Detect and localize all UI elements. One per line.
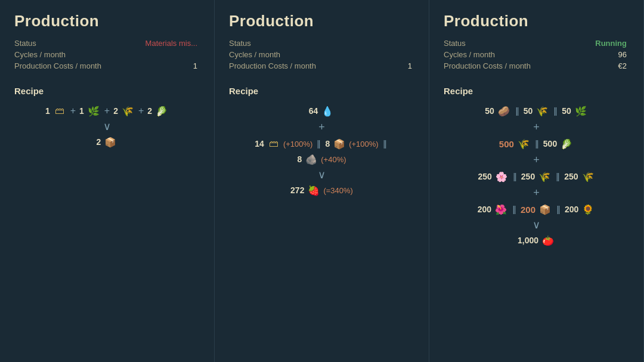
strawberry-icon: 🍓: [307, 184, 320, 197]
panel-1-title: Production: [14, 12, 200, 30]
grain-icon-2: 🌾: [538, 170, 551, 183]
panel-1-costs-label: Production Costs / month: [14, 61, 101, 70]
recipe-3-output: 1,000 🍅: [518, 234, 555, 247]
water-icon: 💧: [321, 104, 334, 117]
panel-2-costs-label: Production Costs / month: [229, 61, 316, 70]
recipe-2-output: 272 🍓 (=340%): [290, 184, 353, 197]
wheat-icon: 🌾: [517, 137, 530, 150]
recipe-1-ingredients: 1 🗃 + 1 🌿 + 2 🌾 + 2 🥬: [45, 104, 169, 117]
flower-icon: 🌸: [495, 170, 508, 183]
panel-3-recipe-area: 50 🥔 ‖ 50 🌾 ‖ 50 🌿 + 500 🌾 ‖ 500 🥬 + 250…: [444, 104, 629, 350]
herb-icon: 🌿: [574, 104, 587, 117]
recipe-2-mid: 14 🗃 (+100%) ‖ 8 📦 (+100%) ‖ 8 🪨 (+40%): [255, 137, 388, 166]
veggie-icon: 🥬: [155, 104, 168, 117]
panel-2-costs-row: Production Costs / month 1: [229, 61, 414, 70]
panel-1-costs-row: Production Costs / month 1: [14, 61, 200, 70]
sunflower-icon: 🌻: [581, 203, 595, 216]
panel-1-cycles-row: Cycles / month: [14, 50, 200, 59]
recipe-3-row4: 200 🌺 ‖ 200 📦 ‖ 200 🌻: [478, 203, 596, 216]
panel-3-title: Production: [444, 12, 629, 30]
panel-2-costs-value: 1: [408, 61, 412, 70]
arrow-down-3: ∨: [532, 219, 540, 230]
panel-2-recipe-area: 64 💧 + 14 🗃 (+100%) ‖ 8 📦 (+100%) ‖ 8 🪨 …: [229, 104, 414, 350]
blossom-icon: 🌺: [494, 203, 507, 216]
arrow-down-1: ∨: [103, 121, 111, 132]
plus-3-2: +: [533, 154, 540, 166]
seeds-icon: 🌾: [121, 104, 134, 117]
panel-1-status-row: Status Materials mis...: [14, 39, 200, 48]
panel-2-cycles-label: Cycles / month: [229, 50, 280, 59]
panel-2-cycles-row: Cycles / month: [229, 50, 414, 59]
crate-icon-2: 🗃: [267, 137, 280, 150]
panel-2-recipe-title: Recipe: [229, 86, 414, 96]
panel-2-title: Production: [229, 12, 414, 30]
stone-icon: 🪨: [305, 153, 318, 166]
panel-3-costs-value: €2: [618, 61, 627, 70]
panel-3-costs-label: Production Costs / month: [444, 61, 531, 70]
panel-3-status-value: Running: [595, 39, 627, 48]
recipe-1-output: 2 📦: [97, 135, 118, 148]
panel-2-status-label: Status: [229, 39, 251, 48]
grain-icon-3: 🌾: [581, 170, 595, 183]
panel-3-status-row: Status Running: [444, 39, 629, 48]
panel-1-cycles-label: Cycles / month: [14, 50, 66, 59]
green-box-icon: 📦: [538, 203, 552, 216]
panel-3-status-label: Status: [444, 39, 466, 48]
package-icon-2: 📦: [333, 137, 346, 150]
panel-1-recipe-area: 1 🗃 + 1 🌿 + 2 🌾 + 2 🥬 ∨ 2 📦: [14, 104, 200, 350]
plus-3-1: +: [533, 121, 540, 134]
panel-3-recipe-title: Recipe: [444, 86, 629, 96]
grain-icon: 🌾: [535, 104, 549, 117]
plus-3-3: +: [533, 187, 540, 199]
plus-1: +: [318, 121, 325, 134]
package-icon: 📦: [104, 135, 117, 148]
panel-1-costs-value: 1: [193, 61, 197, 70]
leaf-icon: 🌿: [87, 104, 100, 117]
recipe-3-row2: 500 🌾 ‖ 500 🥬: [499, 137, 574, 150]
recipe-2-water: 64 💧: [309, 104, 335, 117]
recipe-3-row1: 50 🥔 ‖ 50 🌾 ‖ 50 🌿: [485, 104, 588, 117]
panel-2: Production Status Cycles / month Product…: [215, 0, 429, 362]
panel-3-cycles-row: Cycles / month 96: [444, 50, 629, 59]
potato-icon: 🥔: [497, 104, 510, 117]
veggie-icon-2: 🥬: [560, 137, 573, 150]
arrow-down-2: ∨: [318, 169, 326, 180]
panel-1: Production Status Materials mis... Cycle…: [0, 0, 215, 362]
recipe-3-row3: 250 🌸 ‖ 250 🌾 ‖ 250 🌾: [478, 170, 595, 183]
panel-3-cycles-value: 96: [618, 50, 627, 59]
panel-3-cycles-label: Cycles / month: [444, 50, 495, 59]
panel-1-status-label: Status: [14, 39, 36, 48]
panel-3-costs-row: Production Costs / month €2: [444, 61, 629, 70]
tomato-icon: 🍅: [541, 234, 555, 247]
panel-3: Production Status Running Cycles / month…: [429, 0, 644, 362]
panel-1-recipe-title: Recipe: [14, 86, 200, 96]
crate-icon: 🗃: [53, 104, 66, 117]
panel-2-status-row: Status: [229, 39, 414, 48]
panel-1-status-value: Materials mis...: [145, 39, 197, 48]
